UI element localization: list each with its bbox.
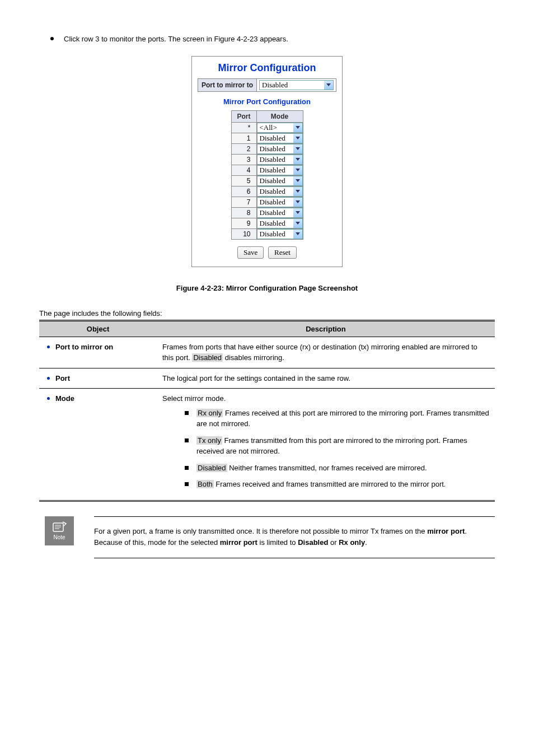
mode-text: Frames received and frames transmitted a…: [214, 480, 446, 488]
mode-key: Both: [196, 480, 214, 488]
panel-title: Mirror Configuration: [198, 62, 336, 74]
port-number: 10: [231, 228, 256, 239]
mode-select[interactable]: <All>: [257, 123, 303, 133]
intro-text: Click row 3 to monitor the ports. The sc…: [64, 34, 288, 45]
mode-select[interactable]: Disabled: [257, 176, 303, 186]
object-desc: Select mirror mode. Rx only Frames recei…: [157, 389, 495, 501]
port-number: 6: [231, 186, 256, 197]
header-object: Object: [39, 320, 157, 337]
mode-select[interactable]: Disabled: [257, 208, 303, 218]
chevron-down-icon: [293, 208, 302, 217]
port-number: 4: [231, 165, 256, 175]
mode-select[interactable]: Disabled: [257, 144, 303, 154]
col-mode: Mode: [256, 110, 303, 122]
table-row: 5Disabled: [231, 175, 303, 186]
mode-text: Frames received at this port are mirrore…: [196, 409, 489, 428]
svg-marker-0: [326, 83, 331, 86]
mirror-config-panel: Mirror Configuration Port to mirror to D…: [191, 56, 343, 267]
mode-key: Tx only: [196, 436, 222, 445]
mode-value: Disabled: [260, 198, 285, 207]
table-row: Mode Select mirror mode. Rx only Frames …: [39, 389, 495, 501]
object-label: Port: [55, 373, 70, 384]
bullet-icon: [47, 346, 50, 348]
object-label: Port to mirror on: [55, 342, 113, 353]
bullet-icon: [47, 397, 50, 400]
reset-button[interactable]: Reset: [268, 246, 297, 259]
panel-subtitle: Mirror Port Configuration: [198, 97, 336, 106]
mode-value: Disabled: [260, 230, 285, 239]
mode-select[interactable]: Disabled: [257, 133, 303, 143]
table-row: 4Disabled: [231, 165, 303, 175]
mode-select[interactable]: Disabled: [257, 155, 303, 165]
chevron-down-icon: [293, 187, 302, 196]
square-bullet-icon: [185, 411, 189, 415]
table-row: *<All>: [231, 122, 303, 133]
col-port: Port: [231, 110, 256, 122]
object-desc: The logical port for the settings contai…: [157, 368, 495, 389]
chevron-down-icon: [293, 134, 302, 143]
port-number: 2: [231, 143, 256, 154]
mode-key: Disabled: [196, 464, 227, 472]
svg-marker-2: [296, 137, 300, 139]
table-row: 10Disabled: [231, 228, 303, 239]
mode-value: Disabled: [260, 219, 285, 228]
chevron-down-icon: [293, 166, 302, 175]
mode-value: Disabled: [260, 176, 285, 185]
table-row: 8Disabled: [231, 207, 303, 218]
port-number: 7: [231, 197, 256, 207]
list-item: Disabled Neither frames transmitted, nor…: [185, 463, 489, 474]
table-row: 9Disabled: [231, 218, 303, 228]
mode-select[interactable]: Disabled: [257, 218, 303, 228]
svg-marker-5: [296, 169, 300, 171]
table-row: 3Disabled: [231, 154, 303, 165]
mirror-target-row: Port to mirror to Disabled: [198, 78, 336, 92]
figure-caption: Figure 4-2-23: Mirror Configuration Page…: [39, 284, 495, 292]
mirror-target-value: Disabled: [262, 81, 288, 90]
port-number: 8: [231, 207, 256, 218]
svg-marker-11: [296, 232, 300, 235]
mode-value: Disabled: [260, 187, 285, 196]
chevron-down-icon: [293, 123, 302, 132]
port-number: 1: [231, 133, 256, 143]
chevron-down-icon: [293, 230, 302, 239]
mode-value: Disabled: [260, 208, 285, 217]
chevron-down-icon: [293, 198, 302, 207]
header-description: Description: [157, 320, 495, 337]
object-label: Mode: [55, 393, 74, 404]
mode-value: Disabled: [260, 134, 285, 143]
table-row: 2Disabled: [231, 143, 303, 154]
table-row: 7Disabled: [231, 197, 303, 207]
mode-select[interactable]: Disabled: [257, 186, 303, 197]
svg-marker-10: [296, 222, 300, 225]
table-row: Port to mirror on Frames from ports that…: [39, 337, 495, 368]
port-number: *: [231, 122, 256, 133]
chevron-down-icon: [293, 155, 302, 164]
table-lead: The page includes the following fields:: [39, 309, 495, 318]
svg-marker-7: [296, 190, 300, 193]
list-item: Rx only Frames received at this port are…: [185, 408, 489, 430]
bullet-icon: [47, 377, 50, 380]
description-table: Object Description Port to mirror on Fra…: [39, 320, 495, 502]
svg-marker-1: [296, 126, 300, 129]
table-row: Port The logical port for the settings c…: [39, 368, 495, 389]
mode-select[interactable]: Disabled: [257, 165, 303, 175]
note-icon: Note: [45, 516, 74, 545]
mirror-target-select[interactable]: Disabled: [259, 80, 334, 90]
mode-key: Rx only: [196, 409, 223, 417]
mode-select[interactable]: Disabled: [257, 229, 303, 239]
mirror-target-label: Port to mirror to: [198, 79, 257, 91]
svg-marker-6: [296, 179, 300, 182]
chevron-down-icon: [293, 219, 302, 228]
svg-marker-3: [296, 147, 300, 150]
chevron-down-icon: [324, 81, 333, 90]
svg-marker-9: [296, 211, 300, 214]
square-bullet-icon: [185, 482, 189, 486]
port-number: 5: [231, 175, 256, 186]
svg-marker-8: [296, 200, 300, 203]
mode-text: Frames transmitted from this port are mi…: [196, 436, 467, 456]
table-row: 1Disabled: [231, 133, 303, 143]
mode-select[interactable]: Disabled: [257, 197, 303, 207]
chevron-down-icon: [293, 176, 302, 185]
list-item: Both Frames received and frames transmit…: [185, 479, 489, 490]
save-button[interactable]: Save: [237, 246, 264, 259]
